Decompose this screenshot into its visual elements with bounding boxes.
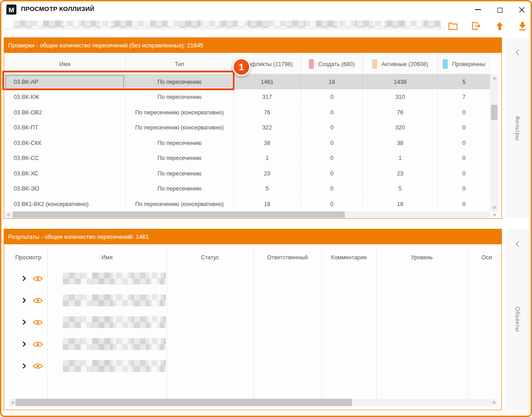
cell-conflicts[interactable]: 38 — [234, 135, 301, 150]
restore-button[interactable] — [492, 3, 507, 16]
cell-active[interactable]: 38 — [363, 135, 438, 150]
cell-type[interactable]: По пересечению — [126, 150, 234, 165]
results-hscrollbar[interactable] — [9, 399, 497, 406]
cell-create[interactable]: 0 — [301, 196, 363, 211]
cell-name[interactable]: 03.ВК-ПТ — [5, 120, 126, 135]
visibility-button[interactable] — [32, 362, 44, 370]
cell-name[interactable]: 03.ВК-АР — [5, 74, 126, 89]
open-folder-button[interactable] — [446, 20, 459, 32]
table-row-selected[interactable]: 03.ВК-АР По пересечению 1461 18 1438 5 — [5, 74, 490, 89]
side-tab-filters[interactable]: Фильтры — [506, 38, 528, 218]
column-header-checked[interactable]: Проверенны — [438, 54, 491, 74]
download-button[interactable] — [516, 20, 529, 32]
result-row[interactable] — [9, 311, 497, 333]
expand-button[interactable] — [21, 363, 27, 369]
visibility-button[interactable] — [32, 319, 44, 326]
column-header-type[interactable]: Тип — [126, 54, 234, 74]
cell-conflicts[interactable]: 317 — [234, 89, 301, 104]
cell-create[interactable]: 0 — [301, 150, 363, 165]
result-row[interactable] — [9, 289, 497, 311]
result-row[interactable] — [9, 333, 497, 355]
export-button[interactable] — [470, 20, 482, 32]
column-header-responsible[interactable]: Ответственный — [253, 247, 322, 268]
column-header-active[interactable]: Активные (20608) — [363, 54, 438, 74]
result-row[interactable] — [9, 268, 497, 289]
column-header-name[interactable]: Имя — [47, 247, 167, 268]
cell-name[interactable]: 03.ВК-ХС — [5, 166, 126, 181]
cell-type[interactable]: По пересечению (консервативно) — [126, 120, 234, 135]
column-header-name[interactable]: Имя — [5, 54, 126, 74]
cell-conflicts[interactable]: 1461 — [234, 74, 301, 89]
upload-button[interactable] — [493, 20, 506, 32]
table-row[interactable]: 03.ВК-КЖ По пересечению 317 0 310 7 — [5, 89, 490, 104]
cell-create[interactable]: 0 — [301, 181, 363, 196]
table-row[interactable]: 03.ВК-СКК По пересечению 38 0 38 0 — [5, 135, 490, 150]
cell-active[interactable]: 76 — [363, 105, 438, 120]
column-header-status[interactable]: Статус — [167, 247, 253, 268]
cell-checked[interactable]: 0 — [438, 196, 491, 211]
cell-checked[interactable]: 0 — [438, 181, 491, 196]
minimize-button[interactable] — [471, 3, 485, 16]
expand-button[interactable] — [21, 319, 27, 325]
visibility-button[interactable] — [32, 297, 44, 304]
expand-button[interactable] — [21, 297, 27, 304]
expand-button[interactable] — [21, 341, 27, 347]
column-header-axes[interactable]: Оси — [467, 247, 497, 268]
side-tab-objects[interactable]: Объекты — [506, 230, 528, 409]
cell-name[interactable]: 03.ВК-ОВ2 — [5, 105, 126, 120]
table-row[interactable]: 03.ВК-ЭО По пересечению 5 0 5 0 — [5, 181, 490, 196]
column-header-comments[interactable]: Комментарии — [322, 247, 376, 268]
table-row[interactable]: 03.ВК1-ВК2 (консервативно) По пересечени… — [5, 196, 490, 211]
cell-checked[interactable]: 0 — [438, 150, 491, 165]
column-header-view[interactable]: Просмотр — [9, 247, 47, 268]
cell-checked[interactable]: 0 — [438, 135, 491, 150]
cell-type[interactable]: По пересечению — [126, 181, 234, 196]
cell-active[interactable]: 310 — [363, 89, 438, 104]
close-button[interactable] — [514, 3, 529, 16]
cell-checked[interactable]: 0 — [438, 120, 491, 135]
cell-checked[interactable]: 7 — [438, 89, 491, 104]
visibility-button[interactable] — [32, 275, 44, 282]
cell-type[interactable]: По пересечению (консервативно) — [126, 105, 234, 120]
cell-active[interactable]: 23 — [363, 166, 438, 181]
cell-checked[interactable]: 0 — [438, 105, 491, 120]
scroll-down-icon[interactable] — [491, 204, 498, 211]
vscroll-thumb[interactable] — [491, 105, 497, 120]
table-row[interactable]: 03.ВК-ОВ2 По пересечению (консервативно)… — [5, 105, 490, 120]
scroll-right-icon[interactable] — [491, 211, 498, 218]
cell-type[interactable]: По пересечению — [126, 166, 234, 181]
table-row[interactable]: 03.ВК-ПТ По пересечению (консервативно) … — [5, 120, 490, 135]
cell-name[interactable]: 03.ВК-ЭО — [5, 181, 126, 196]
cell-name[interactable]: 03.ВК-СКК — [5, 135, 126, 150]
cell-conflicts[interactable]: 23 — [234, 166, 301, 181]
table-row[interactable]: 03.ВК-СС По пересечению 1 0 1 0 — [5, 150, 490, 165]
table-row[interactable]: 03.ВК-ХС По пересечению 23 0 23 0 — [5, 166, 490, 181]
cell-active[interactable]: 5 — [363, 181, 438, 196]
result-row[interactable] — [9, 355, 497, 377]
scroll-up-icon[interactable] — [491, 75, 498, 82]
hscroll-thumb[interactable] — [15, 399, 352, 406]
cell-create[interactable]: 0 — [301, 135, 363, 150]
cell-name[interactable]: 03.ВК-КЖ — [5, 89, 126, 104]
checks-hscrollbar[interactable] — [5, 211, 490, 218]
cell-conflicts[interactable]: 1 — [234, 150, 301, 165]
cell-type[interactable]: По пересечению — [126, 89, 234, 104]
expand-button[interactable] — [21, 275, 27, 282]
cell-create[interactable]: 0 — [301, 166, 363, 181]
cell-name[interactable]: 03.ВК-СС — [5, 150, 126, 165]
cell-conflicts[interactable]: 322 — [234, 120, 301, 135]
cell-create[interactable]: 18 — [301, 74, 363, 89]
cell-create[interactable]: 0 — [301, 120, 363, 135]
cell-active[interactable]: 320 — [363, 120, 438, 135]
cell-conflicts[interactable]: 76 — [234, 105, 301, 120]
cell-active[interactable]: 18 — [363, 196, 438, 211]
cell-type[interactable]: По пересечению — [126, 74, 234, 89]
scroll-right-icon[interactable] — [490, 399, 497, 406]
column-header-level[interactable]: Уровень — [376, 247, 467, 268]
cell-create[interactable]: 0 — [301, 105, 363, 120]
cell-create[interactable]: 0 — [301, 89, 363, 104]
column-header-create[interactable]: Создать (680) — [301, 54, 363, 74]
checks-vscrollbar[interactable] — [490, 74, 498, 211]
scroll-left-icon[interactable] — [5, 211, 12, 218]
cell-active[interactable]: 1 — [363, 150, 438, 165]
